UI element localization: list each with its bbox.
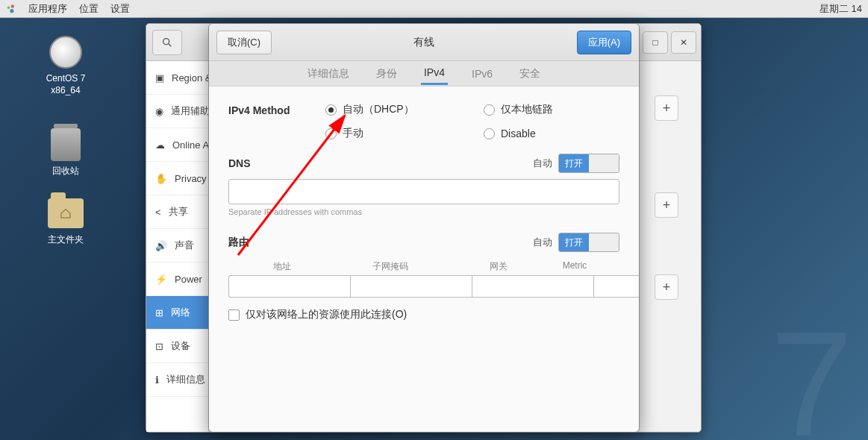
dialog-titlebar: 取消(C) 有线 应用(A) [209, 24, 639, 61]
desktop-icon-label: CentOS 7 [36, 73, 96, 85]
dialog-body: IPv4 Method 自动（DHCP） 仅本地链路 手动 Disable DN… [209, 87, 639, 432]
radio-dot-icon [325, 128, 337, 139]
add-connection-button[interactable]: + [655, 192, 678, 218]
info-icon: ℹ [155, 374, 159, 386]
maximize-button[interactable]: □ [643, 31, 668, 54]
dns-input[interactable] [228, 179, 619, 204]
sidebar-item-accessibility[interactable]: ◉通用辅助 [146, 95, 208, 128]
top-menubar: 应用程序 位置 设置 星期二 14 [0, 0, 868, 18]
add-connection-button[interactable]: + [655, 274, 678, 300]
tab-ipv4[interactable]: IPv4 [421, 62, 448, 85]
svg-point-2 [10, 9, 13, 13]
accessibility-icon: ◉ [155, 106, 163, 117]
folder-icon [48, 198, 84, 228]
sidebar-item-devices[interactable]: ⊡设备 [146, 330, 208, 363]
desktop-icon-trash[interactable]: 回收站 [36, 127, 96, 177]
routes-label: 路由 [228, 236, 249, 249]
settings-sidebar: ▣Region & Language ◉通用辅助 ☁Online Account… [146, 61, 209, 432]
disc-icon [49, 36, 82, 69]
only-this-network-checkbox[interactable] [228, 309, 240, 321]
close-button[interactable]: ✕ [671, 31, 696, 54]
clock[interactable]: 星期二 14 [819, 2, 862, 16]
search-button[interactable] [152, 30, 182, 55]
add-connection-button[interactable]: + [655, 95, 678, 121]
camera-icon: ▣ [155, 72, 164, 84]
route-addr-input[interactable] [228, 275, 350, 298]
desktop-icon-label: x86_64 [36, 85, 96, 97]
tab-security[interactable]: 安全 [516, 63, 543, 85]
radio-disable[interactable]: Disable [484, 127, 619, 140]
sidebar-item-privacy[interactable]: ✋Privacy [146, 162, 208, 195]
route-row [228, 275, 619, 298]
dns-hint: Separate IP addresses with commas [228, 207, 619, 216]
menu-settings[interactable]: 设置 [110, 2, 130, 16]
route-col-addr: 地址 [228, 258, 337, 275]
sidebar-item-region[interactable]: ▣Region & Language [146, 61, 208, 95]
routes-auto-toggle[interactable]: 打开 [558, 233, 619, 252]
route-mask-input[interactable] [350, 275, 472, 298]
route-col-gw: 网关 [444, 258, 552, 275]
sidebar-item-info[interactable]: ℹ详细信息 [146, 363, 208, 397]
radio-dot-icon [484, 104, 495, 116]
sidebar-item-online[interactable]: ☁Online Accounts [146, 128, 208, 162]
connection-dialog: 取消(C) 有线 应用(A) 详细信息 身份 IPv4 IPv6 安全 IPv4… [208, 23, 640, 433]
tab-ipv6[interactable]: IPv6 [469, 63, 496, 84]
radio-dot-icon [325, 104, 337, 116]
routes-auto-label: 自动 [533, 236, 552, 249]
svg-point-3 [163, 39, 169, 45]
tab-details[interactable]: 详细信息 [305, 63, 352, 85]
svg-line-4 [169, 44, 171, 46]
search-icon [161, 37, 173, 48]
hand-icon: ✋ [155, 173, 167, 184]
desktop-icon-label: 回收站 [36, 166, 96, 177]
route-gw-input[interactable] [472, 275, 593, 298]
devices-icon: ⊡ [155, 341, 163, 352]
sound-icon: 🔊 [155, 240, 167, 251]
share-icon: < [155, 207, 161, 218]
route-col-metric: Metric [552, 258, 597, 275]
apply-button[interactable]: 应用(A) [577, 31, 631, 54]
watermark-7: 7 [770, 298, 853, 440]
gnome-logo-icon [6, 4, 16, 14]
dialog-tabbar: 详细信息 身份 IPv4 IPv6 安全 [209, 61, 639, 87]
dns-auto-label: 自动 [533, 157, 552, 170]
menu-applications[interactable]: 应用程序 [28, 2, 67, 16]
only-this-network-label: 仅对该网络上的资源使用此连接(O) [246, 308, 407, 321]
menu-places[interactable]: 位置 [79, 2, 99, 16]
route-col-mask: 子网掩码 [337, 258, 445, 275]
svg-point-0 [7, 6, 10, 9]
ipv4-method-label: IPv4 Method [228, 103, 310, 116]
radio-dot-icon [484, 128, 495, 139]
power-icon: ⚡ [155, 274, 167, 285]
dialog-title: 有线 [272, 36, 577, 49]
sidebar-item-network[interactable]: ⊞网络 [146, 296, 208, 330]
route-metric-input[interactable] [593, 275, 639, 298]
dns-auto-toggle[interactable]: 打开 [558, 154, 619, 173]
trash-icon [51, 128, 81, 161]
radio-link-local[interactable]: 仅本地链路 [484, 103, 619, 116]
radio-manual[interactable]: 手动 [325, 127, 461, 140]
sidebar-item-sound[interactable]: 🔊声音 [146, 229, 208, 263]
radio-auto-dhcp[interactable]: 自动（DHCP） [325, 103, 461, 116]
cancel-button[interactable]: 取消(C) [216, 31, 272, 54]
dns-label: DNS [228, 157, 251, 169]
tab-identity[interactable]: 身份 [373, 63, 400, 85]
sidebar-item-share[interactable]: <共享 [146, 195, 208, 229]
sidebar-item-power[interactable]: ⚡Power [146, 263, 208, 296]
desktop-icon-label: 主文件夹 [36, 234, 96, 246]
desktop-icon-centos-disc[interactable]: CentOS 7 x86_64 [36, 34, 96, 96]
desktop-icon-home[interactable]: 主文件夹 [36, 195, 96, 246]
svg-point-1 [11, 4, 14, 7]
cloud-icon: ☁ [155, 139, 165, 151]
network-icon: ⊞ [155, 307, 163, 318]
